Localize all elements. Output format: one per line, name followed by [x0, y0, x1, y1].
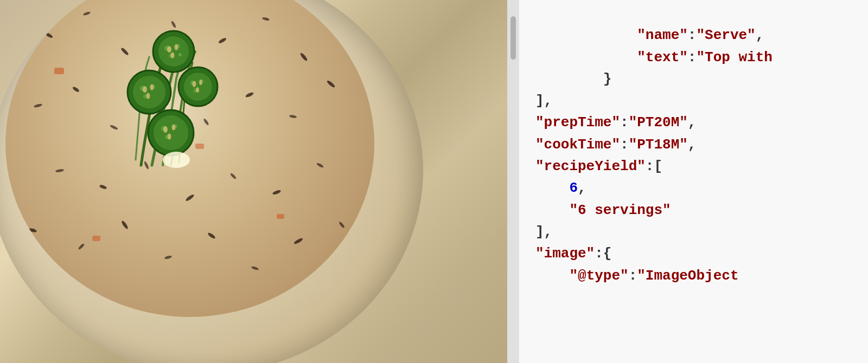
yield-number: 6	[569, 180, 578, 196]
svg-point-24	[120, 220, 129, 230]
svg-rect-32	[277, 214, 284, 219]
svg-point-41	[175, 44, 178, 50]
image-key: "image"	[535, 245, 595, 262]
scrollbar[interactable]	[507, 0, 519, 363]
svg-point-26	[207, 232, 216, 239]
svg-point-44	[133, 76, 165, 108]
svg-point-40	[167, 46, 171, 53]
svg-point-48	[143, 86, 147, 93]
svg-point-29	[339, 221, 346, 229]
svg-point-23	[78, 243, 85, 250]
svg-point-0	[44, 31, 54, 38]
svg-point-64	[163, 126, 168, 133]
food-image-panel	[0, 0, 507, 363]
svg-point-6	[299, 52, 308, 62]
svg-point-21	[316, 162, 324, 168]
svg-point-16	[99, 184, 107, 190]
close-bracket-comma: ],	[535, 93, 552, 109]
svg-point-27	[251, 265, 259, 270]
cook-time-key: "cookTime"	[535, 137, 620, 153]
soup-bowl	[0, 0, 423, 363]
svg-point-67	[163, 152, 190, 168]
yield-close: ],	[535, 224, 552, 240]
soup-liquid	[5, 0, 374, 317]
svg-point-25	[164, 255, 173, 260]
code-content: "name":"Serve", "text":"Top with } ], "p…	[535, 0, 852, 308]
soup-photo	[0, 0, 507, 363]
svg-rect-30	[54, 68, 64, 74]
scrollbar-thumb[interactable]	[510, 16, 516, 60]
garnish-svg	[87, 3, 277, 176]
svg-rect-33	[92, 236, 100, 241]
svg-point-60	[154, 115, 188, 150]
name-key: "name"	[569, 27, 687, 43]
svg-point-56	[193, 81, 196, 87]
svg-point-14	[326, 80, 336, 88]
svg-point-57	[199, 80, 202, 85]
svg-point-66	[168, 134, 171, 140]
svg-point-58	[196, 87, 199, 93]
json-code-panel: "name":"Serve", "text":"Top with } ], "p…	[519, 0, 868, 363]
svg-point-42	[171, 53, 175, 59]
svg-point-15	[55, 168, 65, 173]
svg-point-20	[272, 189, 281, 195]
svg-point-28	[293, 237, 304, 245]
at-type-key: "@type"	[569, 268, 628, 284]
close-brace: }	[569, 71, 611, 87]
text-key: "text"	[569, 49, 687, 66]
svg-point-18	[185, 193, 195, 202]
svg-point-50	[146, 93, 150, 99]
svg-point-22	[28, 228, 37, 233]
svg-point-7	[34, 103, 43, 108]
svg-point-65	[172, 125, 176, 131]
recipe-yield-key: "recipeYield"	[535, 158, 646, 174]
svg-point-35	[158, 36, 189, 67]
svg-point-13	[289, 114, 297, 118]
prep-time-key: "prepTime"	[535, 114, 620, 131]
svg-point-49	[150, 85, 154, 90]
yield-string: "6 servings"	[569, 202, 671, 218]
svg-point-52	[184, 73, 212, 101]
svg-point-8	[72, 86, 80, 93]
svg-point-39	[178, 53, 182, 56]
